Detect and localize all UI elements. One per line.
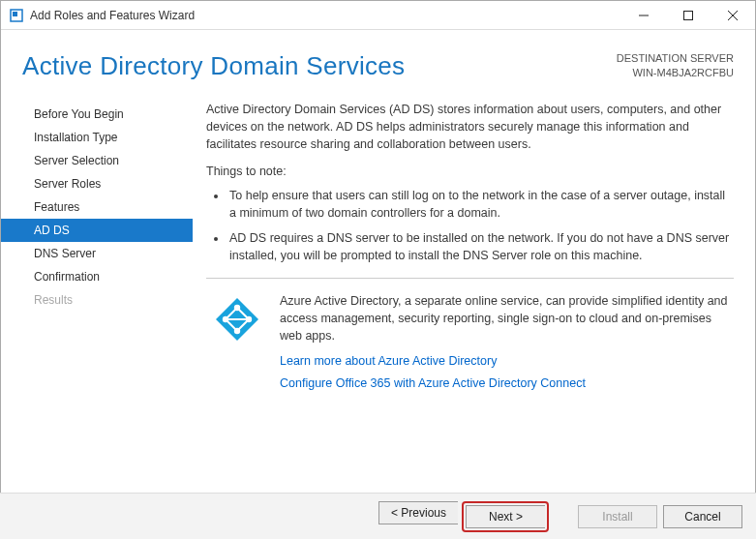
wizard-footer: < Previous Next > Install Cancel bbox=[0, 493, 756, 539]
sidebar-item-ad-ds[interactable]: AD DS bbox=[1, 219, 193, 242]
notes-list: To help ensure that users can still log … bbox=[206, 187, 734, 265]
minimize-button[interactable] bbox=[621, 1, 666, 30]
wizard-header: Active Directory Domain Services DESTINA… bbox=[1, 30, 755, 89]
close-button[interactable] bbox=[711, 1, 755, 30]
page-title: Active Directory Domain Services bbox=[22, 51, 405, 81]
notes-title: Things to note: bbox=[206, 163, 734, 180]
svg-rect-3 bbox=[684, 11, 693, 19]
azure-learn-more-link[interactable]: Learn more about Azure Active Directory bbox=[280, 352, 734, 370]
azure-info: Azure Active Directory, a separate onlin… bbox=[206, 292, 734, 396]
install-button: Install bbox=[578, 505, 657, 528]
previous-button[interactable]: < Previous bbox=[378, 501, 458, 524]
sidebar-item-server-roles[interactable]: Server Roles bbox=[1, 172, 193, 195]
sidebar-item-before-you-begin[interactable]: Before You Begin bbox=[1, 103, 193, 126]
window-controls bbox=[621, 1, 755, 30]
azure-description: Azure Active Directory, a separate onlin… bbox=[280, 292, 734, 344]
sidebar-item-confirmation[interactable]: Confirmation bbox=[1, 265, 193, 288]
window-title: Add Roles and Features Wizard bbox=[30, 9, 195, 22]
sidebar-item-server-selection[interactable]: Server Selection bbox=[1, 149, 193, 172]
svg-rect-1 bbox=[13, 12, 17, 16]
intro-text: Active Directory Domain Services (AD DS)… bbox=[206, 101, 734, 153]
wizard-sidebar: Before You Begin Installation Type Serve… bbox=[1, 95, 193, 505]
azure-ad-icon bbox=[212, 294, 262, 344]
destination-value: WIN-M4BJA2RCFBU bbox=[617, 66, 734, 80]
app-icon bbox=[9, 8, 24, 23]
note-item: To help ensure that users can still log … bbox=[227, 187, 734, 222]
note-item: AD DS requires a DNS server to be instal… bbox=[227, 229, 734, 264]
next-button-highlight: Next > bbox=[462, 501, 549, 532]
destination-label: DESTINATION SERVER bbox=[617, 51, 734, 66]
azure-configure-link[interactable]: Configure Office 365 with Azure Active D… bbox=[280, 374, 734, 392]
sidebar-item-installation-type[interactable]: Installation Type bbox=[1, 126, 193, 149]
divider bbox=[206, 278, 734, 279]
sidebar-item-features[interactable]: Features bbox=[1, 195, 193, 219]
sidebar-item-dns-server[interactable]: DNS Server bbox=[1, 242, 193, 265]
destination-server: DESTINATION SERVER WIN-M4BJA2RCFBU bbox=[617, 51, 734, 81]
wizard-content: Active Directory Domain Services (AD DS)… bbox=[193, 95, 738, 505]
sidebar-item-results: Results bbox=[1, 288, 193, 312]
wizard-body: Before You Begin Installation Type Serve… bbox=[1, 89, 755, 505]
nav-button-group: < Previous Next > bbox=[378, 501, 553, 532]
azure-text: Azure Active Directory, a separate onlin… bbox=[280, 292, 734, 396]
cancel-button[interactable]: Cancel bbox=[663, 505, 742, 528]
titlebar: Add Roles and Features Wizard bbox=[1, 1, 755, 30]
next-button[interactable]: Next > bbox=[466, 505, 545, 528]
maximize-button[interactable] bbox=[666, 1, 711, 30]
